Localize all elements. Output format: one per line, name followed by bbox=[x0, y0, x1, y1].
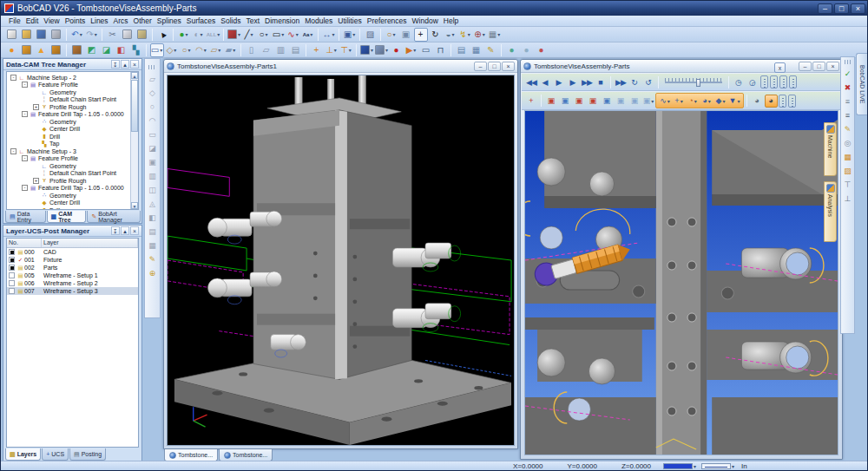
scroll-thumb[interactable] bbox=[131, 80, 138, 132]
tree-item-drill[interactable]: ▮Drill bbox=[9, 206, 129, 210]
dropdown-arrow-icon[interactable]: ▾ bbox=[468, 31, 470, 37]
doc2-restore-button[interactable]: □ bbox=[812, 62, 825, 71]
dropdown-arrow-icon[interactable]: ▾ bbox=[266, 31, 268, 37]
doc2-minimize-button[interactable]: – bbox=[799, 62, 812, 71]
draft-tool[interactable]: ◪ bbox=[146, 141, 159, 154]
expand-icon[interactable]: + bbox=[33, 178, 39, 184]
verify-parts-button[interactable]: ▦ bbox=[470, 43, 483, 57]
iso-view-1-button[interactable]: ▣ bbox=[545, 95, 558, 108]
stock-solid-button[interactable]: ◆▾ bbox=[714, 95, 727, 108]
doc2-close-button[interactable]: × bbox=[826, 62, 839, 71]
tree-item-geometry[interactable]: ∴Geometry bbox=[9, 118, 129, 126]
layer-row-000[interactable]: ▤000CAD bbox=[7, 248, 138, 256]
plugin-red-tool[interactable]: ✖ bbox=[841, 81, 854, 94]
compare-parts-button[interactable]: ▤ bbox=[455, 43, 469, 57]
menu-splines[interactable]: Splines bbox=[155, 16, 184, 25]
layer-row-002[interactable]: ▤002Parts bbox=[7, 264, 138, 271]
dropdown-arrow-icon[interactable]: ▾ bbox=[217, 31, 220, 37]
print-button[interactable] bbox=[49, 28, 63, 42]
fit-view-button[interactable]: + bbox=[525, 95, 538, 108]
boolean-subtract-button[interactable]: ◪ bbox=[100, 43, 114, 57]
fly-through-button[interactable]: ▶▾ bbox=[404, 43, 418, 57]
dropdown-arrow-icon[interactable]: ▾ bbox=[174, 47, 176, 53]
dropdown-arrow-icon[interactable]: ▾ bbox=[281, 31, 284, 37]
tree-item-profile-rough[interactable]: +YProfile Rough bbox=[9, 103, 129, 111]
shade-sphere-active-button[interactable]: ◕ bbox=[765, 95, 778, 108]
undo-button[interactable]: ↶▾ bbox=[70, 28, 84, 42]
iso-view-4-button[interactable]: ▣ bbox=[587, 95, 600, 108]
dropdown-arrow-icon[interactable]: ▾ bbox=[233, 47, 235, 53]
collapse-icon[interactable]: - bbox=[22, 111, 28, 117]
sweep-surface-button[interactable]: ◠▾ bbox=[194, 43, 208, 57]
tree-item-default-chain-start-point[interactable]: ╎Default Chain Start Point bbox=[9, 96, 129, 104]
tree-item-center-drill[interactable]: ◆Center Drill bbox=[9, 126, 129, 134]
rotate-entity-button[interactable]: ⊥▾ bbox=[325, 43, 339, 57]
panel-close-button[interactable]: × bbox=[130, 226, 139, 235]
sim-refresh-button[interactable]: ↺ bbox=[642, 75, 655, 88]
dropdown-arrow-icon[interactable]: ▾ bbox=[413, 47, 416, 53]
panel-collapse-button[interactable]: ▴ bbox=[121, 60, 129, 69]
stock-define-button[interactable]: ⊓ bbox=[434, 43, 448, 57]
layer-panel-header[interactable]: Layer-UCS-Post Manager ↧▴× bbox=[3, 226, 141, 237]
visibility-checkbox[interactable] bbox=[9, 272, 15, 278]
box-primitive-button[interactable] bbox=[20, 43, 34, 57]
hole-tool[interactable]: ▣ bbox=[146, 155, 159, 168]
dropdown-arrow-icon[interactable]: ▾ bbox=[393, 31, 396, 37]
combine-tool[interactable]: ▤ bbox=[146, 225, 159, 238]
shade-sphere-button[interactable]: ◕ bbox=[751, 95, 764, 108]
collapsed-toolbar-handle[interactable] bbox=[760, 75, 768, 88]
dropdown-arrow-icon[interactable]: ▾ bbox=[310, 31, 312, 37]
cam-tab-data-entry[interactable]: ▤Data Entry bbox=[5, 211, 46, 223]
document-tab-2[interactable]: Tombstone... bbox=[219, 449, 273, 461]
dropdown-arrow-icon[interactable]: ▾ bbox=[371, 47, 373, 53]
save-stock-button[interactable]: ▼▾ bbox=[728, 95, 741, 108]
collapsed-toolbar-handle[interactable] bbox=[770, 75, 778, 88]
collapsed-toolbar-handle[interactable] bbox=[788, 95, 796, 108]
text-tool-button[interactable]: Aa▾ bbox=[301, 28, 315, 42]
mirror-entity-button[interactable]: ⊤▾ bbox=[339, 43, 353, 57]
visibility-checkbox[interactable] bbox=[9, 280, 15, 286]
menu-view[interactable]: View bbox=[41, 16, 62, 25]
scroll-up-icon[interactable]: ▲ bbox=[131, 72, 138, 79]
translate-button[interactable]: + bbox=[310, 43, 324, 57]
dimension-linear-button[interactable]: ↔▾ bbox=[322, 28, 336, 42]
solids-tools-button[interactable]: ▾ bbox=[360, 43, 374, 57]
tree-item-profile-rough[interactable]: +YProfile Rough bbox=[9, 177, 129, 185]
color-dropdown-icon[interactable]: ▾ bbox=[694, 463, 696, 469]
rebuild-4-button[interactable]: ▤ bbox=[289, 43, 303, 57]
iso-view-3-button[interactable]: ▣ bbox=[573, 95, 586, 108]
mirror-tool[interactable]: ◫ bbox=[146, 183, 159, 196]
tree-item-machine-setup-2[interactable]: -∟Machine Setup - 2 bbox=[9, 74, 129, 82]
dynamic-view-button[interactable]: ↯▾ bbox=[458, 28, 472, 42]
dropdown-arrow-icon[interactable]: ▾ bbox=[238, 31, 240, 37]
menu-points[interactable]: Points bbox=[62, 16, 89, 25]
loft-surface-button[interactable]: ▱▾ bbox=[209, 43, 223, 57]
post-globe-2-button[interactable]: ● bbox=[520, 43, 534, 57]
menu-edit[interactable]: Edit bbox=[23, 16, 42, 25]
menu-text[interactable]: Text bbox=[243, 16, 262, 25]
tool-position-button[interactable]: +▾ bbox=[673, 95, 686, 108]
pan-button[interactable]: + bbox=[414, 28, 428, 42]
keyboard-tilt-tool[interactable]: ▨ bbox=[841, 164, 854, 177]
section-view-button[interactable]: ⊕▾ bbox=[473, 28, 487, 42]
app-minimize-button[interactable]: – bbox=[818, 3, 832, 14]
paste-button[interactable] bbox=[135, 28, 149, 42]
revolve-surface-button[interactable]: ○▾ bbox=[180, 43, 194, 57]
hatch-lines-2-tool[interactable]: ≡ bbox=[841, 108, 854, 121]
sim-fast-forward-button[interactable]: ▶▶ bbox=[615, 75, 628, 88]
sim-step-forward-button[interactable]: ▶ bbox=[567, 75, 580, 88]
save-button[interactable] bbox=[35, 28, 49, 42]
cam-tree-panel-header[interactable]: Data-CAM Tree Manager ↧▴× bbox=[3, 59, 141, 70]
current-color-swatch[interactable] bbox=[663, 463, 693, 469]
visibility-checkbox[interactable] bbox=[9, 249, 15, 255]
layer-tab-ucs[interactable]: +UCS bbox=[42, 448, 69, 461]
menu-window[interactable]: Window bbox=[410, 16, 441, 25]
tree-item-tap[interactable]: ▚Tap bbox=[9, 141, 129, 148]
zoom-button[interactable]: ○▾ bbox=[385, 28, 398, 42]
menu-arcs[interactable]: Arcs bbox=[111, 16, 131, 25]
dropdown-arrow-icon[interactable]: ▾ bbox=[667, 98, 670, 104]
multi-solid-button[interactable]: ▚ bbox=[129, 43, 143, 57]
dropdown-arrow-icon[interactable]: ▾ bbox=[385, 47, 388, 53]
collapse-icon[interactable]: - bbox=[22, 82, 28, 88]
collapse-icon[interactable]: - bbox=[22, 185, 28, 191]
